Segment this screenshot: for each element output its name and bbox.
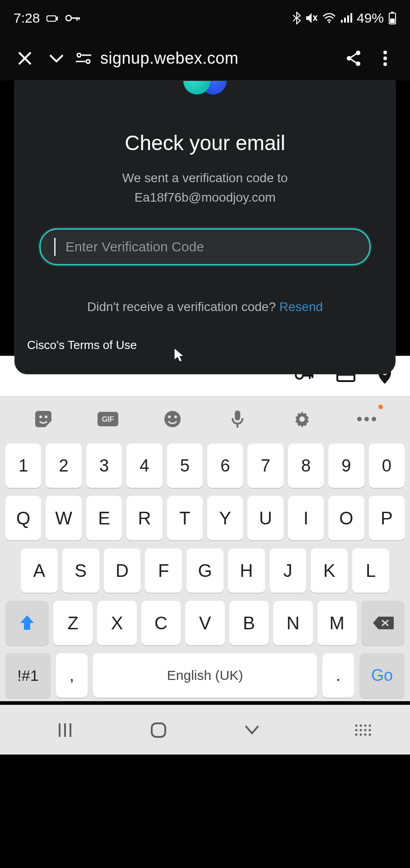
key-x[interactable]: X (97, 601, 136, 645)
svg-point-41 (164, 411, 181, 427)
key-g[interactable]: G (186, 548, 224, 593)
battery-percent: 49% (357, 10, 384, 26)
navigation-bar (0, 705, 410, 755)
svg-point-64 (355, 733, 357, 736)
key-z[interactable]: Z (53, 601, 93, 645)
sticker-icon[interactable] (30, 406, 57, 433)
key-e[interactable]: E (86, 496, 122, 540)
svg-point-22 (347, 56, 351, 61)
svg-point-42 (168, 415, 171, 418)
svg-point-47 (357, 417, 362, 421)
key-s[interactable]: S (62, 548, 99, 593)
svg-point-56 (355, 724, 357, 726)
key-f[interactable]: F (145, 548, 182, 593)
verification-code-input[interactable]: Enter Verification Code (39, 228, 371, 265)
key-a[interactable]: A (21, 548, 58, 593)
key-q[interactable]: Q (5, 496, 41, 540)
key-p[interactable]: P (369, 496, 405, 540)
svg-point-62 (364, 729, 366, 731)
key-9[interactable]: 9 (328, 443, 364, 488)
key-v[interactable]: V (185, 601, 224, 645)
key-m[interactable]: M (317, 601, 357, 645)
key-t[interactable]: T (167, 496, 203, 540)
key-5[interactable]: 5 (167, 443, 203, 488)
keyboard-toggle-button[interactable] (318, 724, 373, 736)
svg-rect-3 (76, 18, 78, 21)
back-button[interactable] (225, 724, 279, 736)
svg-point-60 (355, 729, 357, 731)
svg-point-67 (368, 733, 371, 736)
emoji-icon[interactable] (159, 406, 186, 433)
more-button[interactable] (369, 50, 401, 67)
key-4[interactable]: 4 (126, 443, 162, 488)
svg-point-17 (77, 53, 81, 57)
settings-icon[interactable] (289, 406, 316, 433)
svg-rect-11 (350, 13, 352, 23)
key-0[interactable]: 0 (369, 443, 405, 488)
dropdown-button[interactable] (41, 53, 72, 64)
resend-link[interactable]: Resend (280, 300, 323, 314)
key-1[interactable]: 1 (5, 443, 41, 488)
key-l[interactable]: L (352, 548, 389, 593)
svg-rect-2 (71, 18, 79, 19)
input-cursor (54, 238, 56, 256)
site-settings-icon[interactable] (75, 52, 92, 65)
comma-key[interactable]: , (56, 653, 88, 698)
recents-button[interactable] (38, 722, 92, 738)
key-3[interactable]: 3 (86, 443, 122, 488)
key-6[interactable]: 6 (207, 443, 243, 488)
shift-key[interactable] (5, 601, 49, 645)
terms-link[interactable]: Cisco's Terms of Use (27, 338, 137, 352)
assistant-icon (46, 13, 59, 23)
key-7[interactable]: 7 (247, 443, 283, 488)
svg-line-24 (351, 54, 356, 57)
more-options-icon[interactable] (353, 406, 380, 433)
key-j[interactable]: J (270, 548, 307, 593)
symbols-key[interactable]: !#1 (5, 653, 51, 698)
gif-icon[interactable]: GIF (94, 406, 121, 433)
svg-rect-44 (235, 410, 240, 420)
url-bar[interactable]: signup.webex.com (72, 49, 338, 68)
wifi-icon (322, 13, 336, 24)
svg-point-26 (383, 51, 387, 54)
svg-point-46 (299, 416, 305, 422)
key-8[interactable]: 8 (288, 443, 324, 488)
period-key[interactable]: . (322, 653, 354, 698)
key-i[interactable]: I (288, 496, 324, 540)
svg-line-25 (351, 59, 356, 63)
key-u[interactable]: U (247, 496, 283, 540)
go-key[interactable]: Go (359, 653, 405, 698)
svg-rect-32 (312, 374, 313, 378)
key-h[interactable]: H (228, 548, 265, 593)
mic-icon[interactable] (224, 406, 251, 433)
svg-point-37 (39, 415, 42, 418)
vpn-key-icon (65, 14, 80, 22)
url-text: signup.webex.com (100, 49, 238, 68)
share-button[interactable] (338, 50, 369, 67)
mute-icon (305, 12, 318, 24)
svg-point-59 (368, 724, 371, 726)
keyboard-toolbar: GIF (0, 396, 410, 442)
close-button[interactable] (9, 50, 41, 66)
svg-rect-10 (347, 15, 349, 23)
svg-text:GIF: GIF (102, 415, 114, 423)
space-key[interactable]: English (UK) (93, 653, 317, 698)
key-2[interactable]: 2 (46, 443, 81, 488)
svg-rect-8 (341, 20, 343, 23)
webex-logo (39, 80, 371, 94)
key-y[interactable]: Y (207, 496, 243, 540)
key-n[interactable]: N (273, 601, 312, 645)
svg-rect-13 (391, 12, 394, 13)
svg-point-27 (383, 57, 387, 60)
key-c[interactable]: C (141, 601, 181, 645)
status-bar: 7:28 49% (0, 0, 410, 36)
key-w[interactable]: W (46, 496, 81, 540)
key-r[interactable]: R (126, 496, 162, 540)
key-d[interactable]: D (104, 548, 141, 593)
key-b[interactable]: B (229, 601, 269, 645)
input-placeholder: Enter Verification Code (65, 239, 204, 255)
key-o[interactable]: O (328, 496, 364, 540)
key-k[interactable]: K (311, 548, 348, 593)
home-button[interactable] (131, 721, 186, 739)
backspace-key[interactable] (361, 601, 405, 645)
